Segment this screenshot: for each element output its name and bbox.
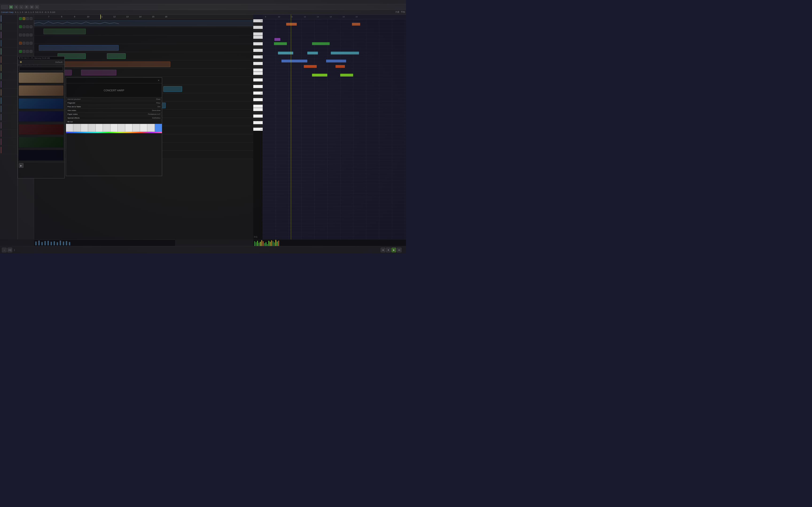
instrument-item-3[interactable] [18,110,64,123]
read-btn-1[interactable] [26,25,29,28]
note-blue-2[interactable] [326,60,346,62]
transport-metronome[interactable]: ♩ [2,247,7,252]
write-btn-3[interactable] [30,42,33,45]
key-d5[interactable] [253,49,263,52]
solo-btn-2[interactable] [22,34,26,36]
track-row-harp[interactable] [0,14,17,23]
key-e4[interactable] [253,78,263,82]
write-btn-1[interactable] [30,25,33,28]
note-green-2[interactable] [312,42,329,45]
write-btn-4[interactable] [30,50,33,53]
key-c5[interactable]: C5 [253,55,263,59]
instrument-item-1[interactable] [18,84,64,97]
track-row-p[interactable] [0,89,17,97]
midi-block-bby-1[interactable] [39,45,119,51]
instrument-item-2[interactable] [18,97,64,110]
key-b4[interactable] [253,59,263,62]
key-c6[interactable]: C6 [253,19,263,22]
instrument-item-4[interactable] [18,123,64,136]
note-teal-2[interactable] [307,52,318,54]
key-db5[interactable] [253,52,263,55]
preset-row-2[interactable]: Pres de la Table Dm [66,105,162,109]
key-b5[interactable] [253,22,263,26]
key-eb4[interactable] [253,82,263,85]
note-red-2[interactable] [336,65,345,68]
kontakt-play-btn[interactable]: ▶ [19,163,23,168]
toolbar-btn-s[interactable]: S [14,5,18,9]
key-d4[interactable] [253,85,263,88]
track-row-bby[interactable] [0,39,17,47]
instrument-item-0[interactable] [18,72,64,84]
toolbar-mode[interactable] [1,5,8,9]
key-a4[interactable] [253,65,263,68]
read-btn-2[interactable] [26,34,29,36]
track-row-2-violas[interactable] [0,113,17,121]
transport-play[interactable]: ▶ [392,247,396,252]
note-orange-2[interactable] [352,23,360,25]
instrument-item-6[interactable] [18,149,64,162]
mute-btn-3[interactable] [19,42,22,45]
key-eb3[interactable] [253,118,263,121]
read-btn-0[interactable] [26,17,29,20]
kontakt-tab-automation[interactable] [34,64,38,66]
kontakt-tab-expert[interactable] [30,64,34,66]
note-blue-1[interactable] [282,60,307,62]
transport-ffwd[interactable]: ⏭ [397,247,402,252]
preset-row-6[interactable]: Bb sul [66,120,162,124]
solo-btn-3[interactable] [22,42,26,45]
transport-stop[interactable]: ■ [386,247,391,252]
write-btn-0[interactable] [30,17,33,20]
kontakt-tab-files[interactable] [22,64,26,66]
track-row-1st-violins[interactable] [0,97,17,105]
preset-row-3[interactable]: Voix notes Demi-bow [66,109,162,112]
mute-btn-1[interactable] [19,25,22,28]
mute-btn-4[interactable] [19,50,22,53]
track-row-vocals[interactable] [0,23,17,31]
piano-roll-right[interactable]: C6 C5 C4 C3 9 10 [253,14,406,239]
preset-row-5[interactable]: Special effects DoReMus [66,116,162,120]
note-lime-2[interactable] [340,74,353,76]
mute-btn-2[interactable] [19,34,22,36]
key-f5[interactable] [253,39,263,42]
track-row-arters[interactable] [0,31,17,39]
key-d3[interactable] [253,121,263,124]
key-c4[interactable]: C4 [253,92,263,95]
key-ab5[interactable] [253,33,263,36]
midi-block-vocals-1[interactable] [44,29,86,34]
toolbar-btn-m[interactable]: M [9,5,13,9]
kontakt-tab-database[interactable] [26,64,30,66]
mute-btn-0[interactable] [19,17,22,20]
read-btn-4[interactable] [26,50,29,53]
key-db3[interactable] [253,124,263,128]
key-ab3[interactable] [253,105,263,108]
track-row-me[interactable] [0,64,17,72]
preset-row-4[interactable]: Paper notes Pentatonic in F [66,112,162,116]
note-teal-3[interactable] [331,52,359,54]
midi-block-charp-2[interactable] [107,53,126,59]
track-row-bal-swell-3[interactable] [0,146,17,154]
key-a3[interactable] [253,101,263,105]
key-g5[interactable] [253,36,263,39]
read-btn-3[interactable] [26,42,29,45]
note-lime-1[interactable] [312,74,327,76]
track-row-s-basses[interactable] [0,129,17,138]
note-orange-1[interactable] [286,23,297,25]
key-a5[interactable] [253,29,263,33]
track-row-bal-swell-2[interactable] [0,138,17,146]
kontakt-tab-libraries[interactable] [18,64,22,66]
track-row-concert-harp[interactable] [0,47,17,56]
key-e3[interactable] [253,115,263,118]
midi-block-me-2[interactable] [81,70,116,75]
track-row-ngs[interactable] [0,80,17,89]
transport-rewind[interactable]: ⏮ [380,247,385,252]
projectsam-close[interactable]: ✕ [158,79,159,82]
solo-btn-4[interactable] [22,50,26,53]
track-row-ngs-rec[interactable] [0,72,17,80]
midi-block-ngs-3[interactable] [163,86,182,92]
key-eb5[interactable] [253,46,263,49]
solo-btn-0[interactable] [22,17,26,20]
key-b3[interactable] [253,95,263,98]
key-f3[interactable] [253,111,263,115]
key-c3[interactable]: C3 [253,128,263,131]
toolbar-btn-a[interactable]: A [35,5,39,9]
